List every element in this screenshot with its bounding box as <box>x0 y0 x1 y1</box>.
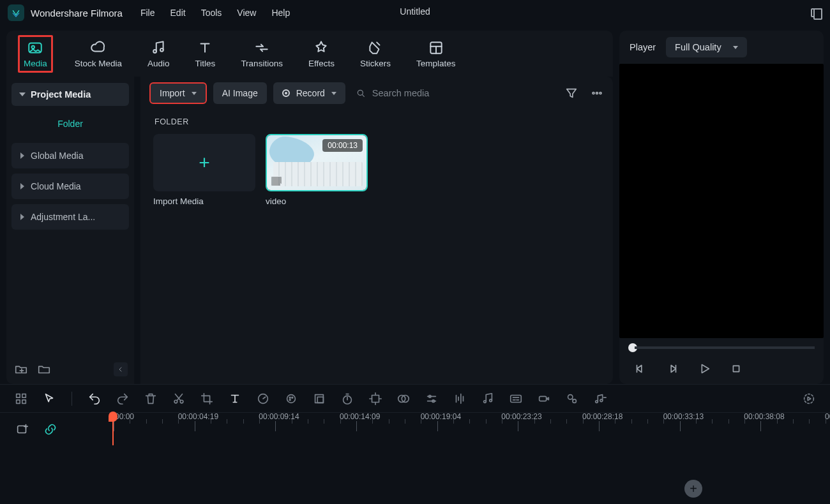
audio-stretch-icon[interactable] <box>593 392 607 406</box>
record-vo-icon[interactable] <box>537 392 551 406</box>
prev-frame-button[interactable] <box>633 362 647 376</box>
app-logo <box>8 4 24 21</box>
undo-icon[interactable] <box>87 392 102 406</box>
media-icon <box>27 40 43 56</box>
next-frame-button[interactable] <box>665 362 679 376</box>
play-button[interactable] <box>697 362 711 376</box>
text-icon[interactable] <box>228 392 242 406</box>
speed-icon[interactable] <box>256 392 270 406</box>
ruler-tick: 00:00:33:13 <box>680 413 720 431</box>
tab-effects[interactable]: Effects <box>308 40 335 68</box>
crop-icon[interactable] <box>200 392 214 406</box>
svg-rect-9 <box>733 366 739 371</box>
cut-icon[interactable] <box>172 392 186 406</box>
tab-stickers[interactable]: Stickers <box>360 40 391 68</box>
svg-rect-11 <box>22 394 26 397</box>
search-media[interactable]: Search media <box>356 88 558 98</box>
menu-tools[interactable]: Tools <box>201 8 222 18</box>
tab-titles[interactable]: Titles <box>195 40 216 68</box>
filter-icon[interactable] <box>564 86 578 100</box>
quality-dropdown[interactable]: Full Quality <box>666 37 747 57</box>
sidebar-project-media[interactable]: Project Media <box>11 83 129 106</box>
clip-type-icon <box>271 176 282 186</box>
quality-value: Full Quality <box>675 42 721 52</box>
color-icon[interactable] <box>284 392 298 406</box>
sidebar-item-global-media[interactable]: Global Media <box>11 143 129 168</box>
menu-help[interactable]: Help <box>271 8 290 18</box>
media-clip-video[interactable]: 00:00:13 <box>266 134 368 191</box>
stopwatch-icon[interactable] <box>340 392 354 406</box>
stop-button[interactable] <box>729 362 743 376</box>
record-button[interactable]: Record <box>273 82 345 104</box>
add-track-icon[interactable] <box>15 422 29 436</box>
chevron-down-icon <box>733 46 738 49</box>
sidebar-head-label: Project Media <box>31 89 91 100</box>
audio-icon <box>150 40 167 56</box>
adjust-icon[interactable] <box>425 392 439 406</box>
tile-video: 00:00:13 video <box>266 134 368 206</box>
collapse-sidebar-button[interactable] <box>114 362 128 376</box>
chroma-icon[interactable] <box>396 392 411 406</box>
svg-rect-12 <box>17 399 20 403</box>
svg-rect-31 <box>511 395 522 402</box>
redo-icon[interactable] <box>116 392 130 406</box>
sidebar-item-cloud-media[interactable]: Cloud Media <box>11 174 129 199</box>
svg-rect-13 <box>22 399 26 403</box>
player-controls <box>619 353 824 384</box>
svg-point-8 <box>600 93 601 94</box>
ai-image-button[interactable]: AI Image <box>213 82 267 104</box>
templates-icon <box>428 40 444 56</box>
mask-icon[interactable] <box>312 392 326 406</box>
tracking-icon[interactable] <box>368 392 382 406</box>
media-sidebar: Project Media Folder Global Media Cloud … <box>6 77 134 384</box>
tile-label: video <box>266 196 368 206</box>
delete-icon[interactable] <box>144 392 158 406</box>
tab-templates[interactable]: Templates <box>416 40 456 68</box>
import-media-button[interactable]: + <box>153 134 255 191</box>
progress-bar[interactable] <box>619 342 824 353</box>
chevron-right-icon <box>20 152 24 159</box>
beat-icon[interactable] <box>481 392 495 406</box>
menu-edit[interactable]: Edit <box>170 8 186 18</box>
svg-point-30 <box>490 399 492 401</box>
timeline-tracks[interactable]: + <box>0 445 830 498</box>
new-folder-icon[interactable] <box>14 362 28 376</box>
timeline-toolbar <box>0 384 830 412</box>
tab-stock-media[interactable]: Stock Media <box>75 40 122 68</box>
ai-tools-icon[interactable] <box>565 392 579 406</box>
audio-mix-icon[interactable] <box>453 392 467 406</box>
svg-rect-21 <box>315 394 324 403</box>
titles-icon <box>197 40 213 56</box>
import-button[interactable]: Import <box>149 82 207 104</box>
more-icon[interactable] <box>590 86 604 100</box>
video-preview[interactable] <box>619 64 824 338</box>
layout-grid-icon[interactable] <box>14 392 28 406</box>
tab-audio[interactable]: Audio <box>147 40 170 68</box>
render-icon[interactable] <box>802 392 816 406</box>
svg-rect-32 <box>540 396 547 401</box>
chevron-down-icon <box>331 92 336 95</box>
add-marker-button[interactable]: + <box>684 480 702 498</box>
sidebar-folder[interactable]: Folder <box>10 111 130 137</box>
tab-media[interactable]: Media <box>24 40 47 68</box>
link-icon[interactable] <box>43 422 57 436</box>
layout-toggle-icon[interactable] <box>811 8 822 17</box>
svg-rect-10 <box>17 394 20 397</box>
tab-stickers-label: Stickers <box>360 59 391 68</box>
cursor-icon[interactable] <box>42 392 56 406</box>
menu-file[interactable]: File <box>140 8 155 18</box>
effects-icon <box>313 40 329 56</box>
folder-icon[interactable] <box>37 362 51 376</box>
media-toolbar: Import AI Image Record Search media <box>140 77 613 110</box>
svg-point-1 <box>32 45 34 48</box>
tab-transitions[interactable]: Transitions <box>241 40 283 68</box>
timeline-ruler[interactable]: 00:0000:00:04:1900:00:09:1400:00:14:0900… <box>102 413 830 445</box>
svg-point-19 <box>292 397 293 398</box>
menu-view[interactable]: View <box>237 8 256 18</box>
app-title: Wondershare Filmora <box>31 8 123 19</box>
cloud-media-icon <box>90 40 107 56</box>
subtitle-icon[interactable] <box>509 392 523 406</box>
search-placeholder: Search media <box>372 88 429 98</box>
tab-templates-label: Templates <box>416 59 456 68</box>
sidebar-item-adjustment-layer[interactable]: Adjustment La... <box>11 204 129 230</box>
